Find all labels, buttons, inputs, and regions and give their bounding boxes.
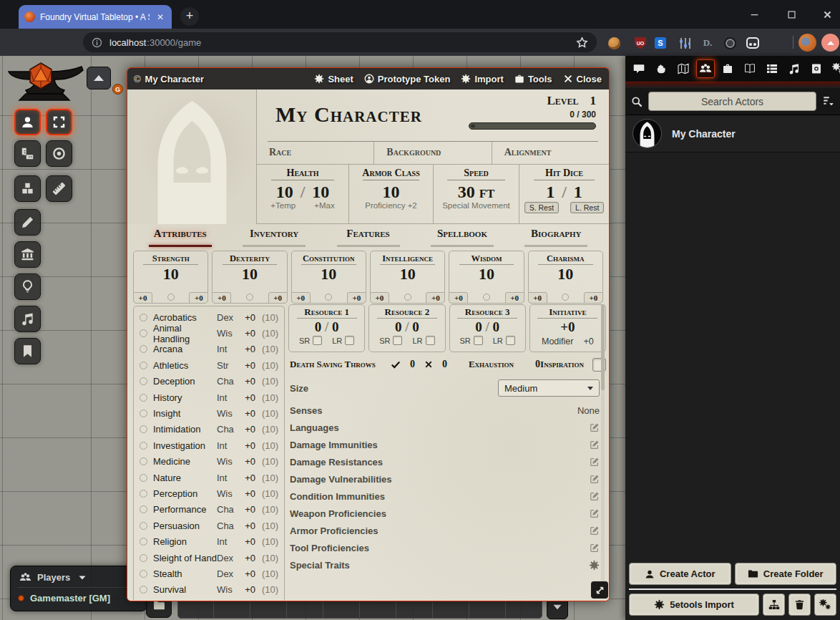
sidebar-tab-compendium[interactable] <box>807 59 826 78</box>
sheet-tab-inventory[interactable]: Inventory <box>227 226 321 249</box>
sheet-tab-spellbook[interactable]: Spellbook <box>415 226 509 249</box>
character-sheet-window[interactable]: © My Character Sheet Prototype Token Imp… <box>127 68 609 601</box>
window-minimize-button[interactable] <box>740 6 768 23</box>
ability-mod[interactable]: +0 <box>449 292 468 304</box>
death-success-icon[interactable] <box>391 359 401 369</box>
edit-icon[interactable] <box>590 491 600 501</box>
skill-row[interactable]: Athletics Str +0 (10) <box>134 357 284 373</box>
sidebar-tab-tables[interactable] <box>763 59 781 78</box>
sidebar-tab-scenes[interactable] <box>674 59 693 78</box>
short-rest-checkbox[interactable] <box>474 336 483 345</box>
scrollbar-thumb[interactable] <box>601 304 605 390</box>
long-rest-checkbox[interactable] <box>345 336 354 345</box>
resource-max[interactable]: 0 <box>493 319 500 334</box>
initiative-mod-value[interactable]: +0 <box>583 336 593 347</box>
ext-dl[interactable]: D. <box>700 35 716 51</box>
sheet-tab-biography[interactable]: Biography <box>509 226 603 249</box>
ability-wisdom[interactable]: Wisdom 10 +0 +0 <box>449 251 524 304</box>
header-button-sheet[interactable]: Sheet <box>314 74 353 84</box>
ability-constitution[interactable]: Constitution 10 +0 +0 <box>291 251 366 304</box>
search-actors-input[interactable] <box>648 92 816 111</box>
long-rest-checkbox[interactable] <box>506 336 515 345</box>
skill-row[interactable]: Stealth Dex +0 (10) <box>134 566 284 581</box>
hp-tempmax-label[interactable]: +Max <box>314 201 334 210</box>
ability-save[interactable]: +0 <box>505 292 524 304</box>
site-info-icon[interactable] <box>92 37 102 48</box>
edit-icon[interactable] <box>590 440 600 450</box>
delete-button[interactable] <box>788 594 811 616</box>
sidebar-tab-playlists[interactable] <box>785 59 804 78</box>
nav-collapse-button[interactable] <box>87 67 111 89</box>
skill-proficiency-radio[interactable] <box>140 377 147 385</box>
ability-save[interactable]: +0 <box>426 292 445 304</box>
save-proficiency-radio[interactable] <box>404 294 411 301</box>
players-header[interactable]: Players <box>18 570 140 588</box>
skill-row[interactable]: Investigation Int +0 (10) <box>134 437 284 453</box>
ext-sliders[interactable] <box>677 35 693 51</box>
ability-score[interactable]: 10 <box>134 266 207 283</box>
hd-max[interactable]: 1 <box>574 183 582 201</box>
death-success-count[interactable]: 0 <box>410 359 415 370</box>
death-fail-icon[interactable] <box>424 360 433 369</box>
hit-dice-block[interactable]: Hit Dice 1/1 S. RestL. Rest <box>519 165 609 223</box>
long-rest-button[interactable]: L. Rest <box>570 202 604 213</box>
ability-mod[interactable]: +0 <box>291 292 311 304</box>
skill-row[interactable]: Religion Int +0 (10) <box>134 533 284 549</box>
window-maximize-button[interactable] <box>777 6 806 23</box>
resource-max[interactable]: 0 <box>412 319 419 334</box>
speed-value[interactable]: 30 ft <box>434 183 519 201</box>
special-movement-label[interactable]: Special Movement <box>434 201 519 210</box>
hp-temp-label[interactable]: +Temp <box>270 201 296 210</box>
sheet-tab-attributes[interactable]: Attributes <box>133 226 227 249</box>
skill-row[interactable]: Deception Cha +0 (10) <box>134 374 284 389</box>
ext-fork[interactable] <box>768 35 783 51</box>
skill-proficiency-radio[interactable] <box>140 442 147 450</box>
header-button-prototype-token[interactable]: Prototype Token <box>364 74 451 84</box>
header-button-tools[interactable]: Tools <box>514 74 552 84</box>
exhaustion-value[interactable]: 0 <box>535 359 540 370</box>
speed-block[interactable]: Speed 30 ft Special Movement <box>433 165 519 223</box>
save-proficiency-radio[interactable] <box>483 294 490 301</box>
detail-field-race[interactable]: Race <box>257 142 373 164</box>
sidebar-tab-combat[interactable] <box>652 59 670 78</box>
ability-mod[interactable]: +0 <box>528 292 547 304</box>
skill-row[interactable]: Arcana Int +0 (10) <box>134 342 284 357</box>
skill-proficiency-radio[interactable] <box>140 457 147 465</box>
resource-current[interactable]: 0 <box>395 319 402 334</box>
header-button-close[interactable]: Close <box>563 74 602 84</box>
scene-tool-drawings[interactable] <box>14 209 41 236</box>
sort-icon[interactable] <box>822 95 834 107</box>
player-entry[interactable]: Gamemaster [GM] <box>18 588 140 604</box>
ability-score[interactable]: 10 <box>449 266 523 283</box>
scene-tool-select[interactable] <box>46 109 72 135</box>
short-rest-checkbox[interactable] <box>393 336 402 345</box>
scene-tool-target[interactable] <box>46 140 72 167</box>
character-name[interactable]: My Character <box>275 102 422 127</box>
skill-proficiency-radio[interactable] <box>140 345 147 353</box>
settings-button[interactable] <box>814 594 836 616</box>
resource[interactable]: Resource 1 0 / 0 SR LR <box>288 304 365 352</box>
skill-proficiency-radio[interactable] <box>140 586 147 594</box>
skill-proficiency-radio[interactable] <box>140 314 147 321</box>
create-actor-button[interactable]: Create Actor <box>629 563 731 585</box>
browser-avatar[interactable] <box>799 34 816 52</box>
ability-score[interactable]: 10 <box>292 266 366 283</box>
scene-tool-token[interactable] <box>14 109 41 135</box>
skill-proficiency-radio[interactable] <box>140 505 147 513</box>
ability-score[interactable]: 10 <box>213 266 286 283</box>
ability-score[interactable]: 10 <box>371 266 444 283</box>
skill-proficiency-radio[interactable] <box>140 362 147 369</box>
ext-cookie[interactable] <box>606 35 622 51</box>
skill-row[interactable]: Animal Handling Wis +0 (10) <box>134 325 284 341</box>
ext-ublock[interactable]: UO <box>633 35 648 51</box>
hd-current[interactable]: 1 <box>546 183 555 201</box>
detail-field-alignment[interactable]: Alignment <box>492 142 609 164</box>
scene-tool-notes[interactable] <box>14 338 41 364</box>
scene-tool-tiles[interactable] <box>14 175 41 202</box>
skill-row[interactable]: History Int +0 (10) <box>134 389 284 405</box>
sidebar-tab-chat[interactable] <box>630 59 648 78</box>
short-rest-button[interactable]: S. Rest <box>524 202 559 213</box>
ext-pod[interactable] <box>745 35 761 51</box>
scene-tool-lighting[interactable] <box>14 273 41 300</box>
sidebar-tab-items[interactable] <box>718 59 737 78</box>
